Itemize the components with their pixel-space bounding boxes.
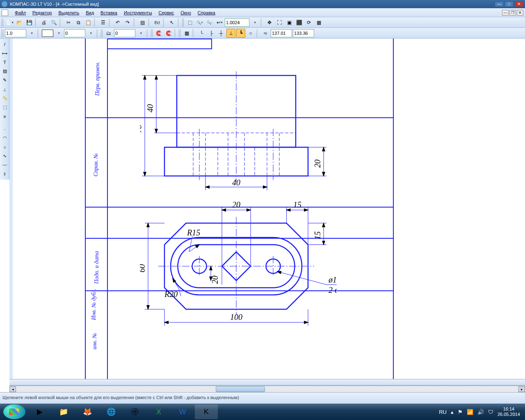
security-icon[interactable]: 🛡 [488,409,493,415]
text-button[interactable] [0,58,9,66]
help-pointer-button[interactable] [167,18,176,27]
lang-indicator[interactable]: RU [439,409,447,415]
menu-tools[interactable]: Инструменты [121,9,155,16]
edit-button[interactable] [0,76,9,84]
taskbar-ie-icon[interactable]: ⓔ [123,404,146,419]
zoom-in-button[interactable] [195,18,204,27]
layer-dropdown[interactable] [136,29,145,38]
arc-tool-button[interactable] [0,134,9,142]
volume-icon[interactable]: 🔊 [477,409,484,415]
zoom-prev-button[interactable]: ↩ [215,18,224,27]
menu-insert[interactable]: Вставка [97,9,121,16]
step-dropdown[interactable] [27,29,36,38]
dimensions-button[interactable] [0,49,9,57]
save-button[interactable] [25,18,34,27]
taskbar-kompas-icon[interactable]: K [195,404,218,419]
measure-button[interactable] [0,94,9,103]
scroll-right-button[interactable]: ▸ [518,386,525,392]
local-cs-button[interactable]: ┗ [236,29,245,38]
grip-icon[interactable] [179,29,181,37]
variables-button[interactable] [153,18,162,27]
layer-input[interactable] [114,29,135,37]
menu-edit[interactable]: Редактор [29,9,55,16]
menu-service[interactable]: Сервис [155,9,178,16]
horizontal-scrollbar[interactable]: ◂ ▸ [9,386,525,392]
refresh-button[interactable] [304,18,313,27]
start-button[interactable] [3,404,25,419]
menu-file[interactable]: Файл [11,9,29,16]
taskbar-chrome-icon[interactable]: 🌐 [100,404,123,419]
snap-intersect-button[interactable] [217,29,226,38]
layer-button[interactable]: 🗂 [104,29,113,38]
grip-icon[interactable] [101,29,103,37]
grip-icon[interactable] [151,29,153,37]
tray-up-icon[interactable]: ▴ [451,409,454,415]
paste-button[interactable] [84,18,93,27]
maximize-button[interactable]: □ [504,1,514,7]
selection-button[interactable] [0,103,9,112]
coord-x-input[interactable] [271,29,292,37]
hatch-button[interactable] [0,67,9,75]
zoom-selected-button[interactable]: ⬛ [294,18,304,27]
library-button[interactable]: ▤ [138,18,147,27]
grip-icon[interactable] [182,18,185,27]
zoom-window-button[interactable] [185,18,194,27]
menu-select[interactable]: Выделить [55,9,82,16]
round-button[interactable]: ○ [246,29,255,38]
menu-view[interactable]: Вид [82,9,97,16]
undo-button[interactable] [113,18,122,27]
taskbar-word-icon[interactable]: W [171,404,194,419]
grid-button[interactable] [182,29,191,38]
snap-on-button[interactable] [154,29,163,38]
doc-minimize-button[interactable]: — [502,10,509,16]
menu-window[interactable]: Окно [177,9,194,16]
style-input[interactable] [64,29,85,37]
redo-button[interactable] [123,18,132,27]
multiline-tool-button[interactable] [0,170,9,178]
flag-icon[interactable]: ⚑ [458,409,463,415]
doc-restore-button[interactable]: ❐ [509,10,516,16]
open-button[interactable] [15,18,24,27]
print-button[interactable] [39,18,48,27]
zoom-doc-button[interactable]: ▣ [285,18,294,27]
canvas-area[interactable]: Перв. примен. Справ. № Подп. и дата Инв.… [9,39,525,379]
scroll-left-button[interactable]: ◂ [9,386,16,392]
grip-icon[interactable] [2,18,4,27]
display-button[interactable]: ▦ [314,18,323,27]
parametric-button[interactable] [0,85,9,94]
color-swatch[interactable] [42,30,53,37]
taskbar-firefox-icon[interactable]: 🦊 [76,404,99,419]
close-button[interactable]: ✕ [514,1,523,7]
spline-tool-button[interactable] [0,152,9,160]
spec-button[interactable] [0,112,9,121]
snap-end-button[interactable] [197,29,206,38]
taskbar-mediaplayer-icon[interactable]: ▶ [28,404,51,419]
snap-mid-button[interactable] [207,29,216,38]
copy-button[interactable] [74,18,83,27]
curve-tool-button[interactable] [0,161,9,169]
taskbar-excel-icon[interactable]: X [147,404,170,419]
cut-button[interactable] [64,18,73,27]
circle-tool-button[interactable]: ○ [0,143,9,151]
clock[interactable]: 16:14 26.05.2014 [498,406,520,417]
menu-help[interactable]: Справка [194,9,219,16]
point-tool-button[interactable] [0,125,9,133]
properties-button[interactable]: ☰ [98,18,107,27]
doc-close-button[interactable]: ✕ [517,10,523,16]
zoom-dropdown[interactable] [250,18,259,27]
coord-y-input[interactable] [293,29,314,37]
zoom-fit-button[interactable] [275,18,284,27]
style-dropdown[interactable] [86,29,95,38]
geometry-button[interactable] [0,40,9,48]
grip-icon[interactable] [2,29,4,37]
zoom-input[interactable] [225,18,249,27]
step-input[interactable] [5,29,26,37]
zoom-out-button[interactable] [205,18,214,27]
pan-button[interactable] [265,18,274,27]
snap-off-button[interactable] [164,29,173,38]
scroll-thumb[interactable] [216,386,265,392]
ortho-button[interactable] [226,29,235,38]
taskbar-explorer-icon[interactable]: 📁 [52,404,75,419]
color-dropdown[interactable] [54,29,63,38]
minimize-button[interactable]: — [495,1,504,7]
